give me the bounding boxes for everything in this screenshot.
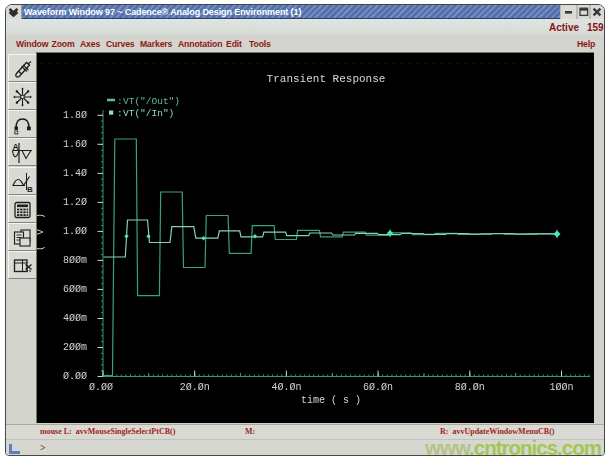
svg-text:1.4Ø: 1.4Ø xyxy=(63,168,87,179)
svg-text:8Ø.Øn: 8Ø.Øn xyxy=(455,382,485,393)
svg-text:2Ø.Øn: 2Ø.Øn xyxy=(180,382,210,393)
svg-text::: : xyxy=(117,96,123,107)
svg-text:4Ø.Øn: 4Ø.Øn xyxy=(271,382,301,393)
svg-text:1.8Ø: 1.8Ø xyxy=(63,110,87,121)
svg-text:( V ): ( V ) xyxy=(37,211,46,251)
svg-text:1ØØn: 1ØØn xyxy=(549,382,573,393)
svg-text:1.6Ø: 1.6Ø xyxy=(63,139,87,150)
svg-text:Ø.ØØ: Ø.ØØ xyxy=(89,382,113,393)
svg-text:time ( s ): time ( s ) xyxy=(301,395,361,406)
svg-text:8ØØm: 8ØØm xyxy=(63,255,87,266)
svg-text:4ØØm: 4ØØm xyxy=(63,313,87,324)
svg-text:B: B xyxy=(27,185,33,193)
svg-text:6ØØm: 6ØØm xyxy=(63,284,87,295)
svg-text:VT("/In"): VT("/In") xyxy=(123,108,174,119)
svg-text:6Ø.Øn: 6Ø.Øn xyxy=(363,382,393,393)
svg-text:1.ØØ: 1.ØØ xyxy=(63,226,87,237)
svg-text:Transient Response: Transient Response xyxy=(267,73,386,85)
svg-text:1.2Ø: 1.2Ø xyxy=(63,197,87,208)
svg-text:Ø.ØØ: Ø.ØØ xyxy=(63,371,87,382)
svg-text:2ØØm: 2ØØm xyxy=(63,342,87,353)
svg-text:VT("/Out"): VT("/Out") xyxy=(123,96,180,107)
svg-text::: : xyxy=(117,108,123,119)
